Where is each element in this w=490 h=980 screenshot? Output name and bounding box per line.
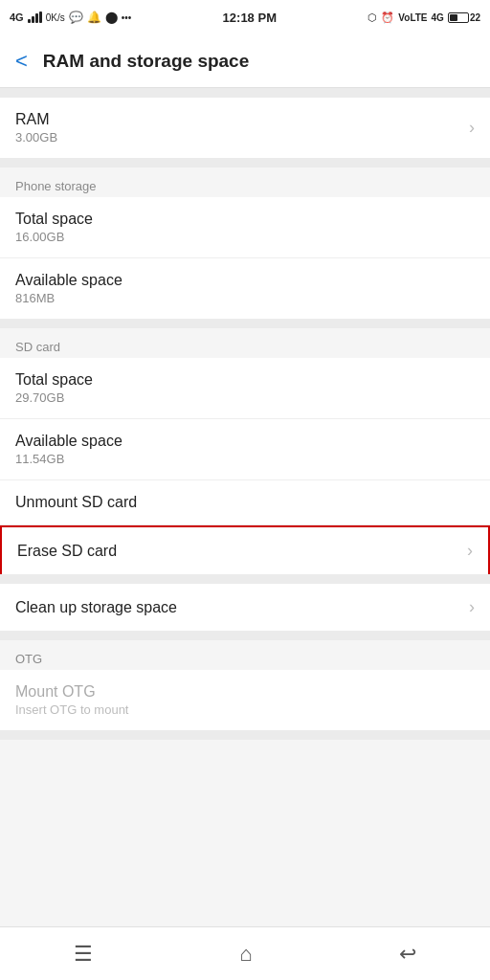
back-button[interactable]: <	[15, 49, 28, 74]
total-space-sd-title: Total space	[15, 371, 93, 389]
available-space-sd-subtitle: 11.54GB	[15, 452, 122, 466]
mount-otg-item: Mount OTG Insert OTG to mount	[0, 670, 490, 730]
cleanup-title: Clean up storage space	[15, 599, 177, 616]
lte-indicator: 4G	[432, 12, 444, 23]
section-divider-top	[0, 88, 490, 98]
chevron-right-cleanup-icon: ›	[469, 597, 475, 617]
cleanup-item[interactable]: Clean up storage space ›	[0, 584, 490, 631]
total-space-phone-title: Total space	[15, 211, 93, 228]
cleanup-section: Clean up storage space ›	[0, 584, 490, 631]
status-time: 12:18 PM	[223, 11, 277, 25]
vpn-icon: ⬤	[105, 11, 118, 24]
available-space-sd-title: Available space	[15, 433, 122, 450]
whatsapp-icon: 💬	[69, 11, 83, 24]
unmount-sd-title: Unmount SD card	[15, 494, 137, 511]
battery-indicator: 22	[448, 12, 480, 23]
header: < RAM and storage space	[0, 34, 490, 88]
total-space-phone-item: Total space 16.00GB	[0, 197, 490, 258]
chevron-right-icon: ›	[469, 118, 475, 138]
status-left: 4G 0K/s 💬 🔔 ⬤ •••	[10, 11, 131, 24]
page-title: RAM and storage space	[43, 51, 249, 72]
section-divider-4	[0, 631, 490, 640]
unmount-sd-item[interactable]: Unmount SD card	[0, 480, 490, 525]
ram-subtitle: 3.00GB	[15, 130, 57, 145]
otg-label: OTG	[0, 640, 490, 670]
back-nav-button[interactable]: ↩	[399, 942, 416, 967]
battery-icon	[448, 12, 469, 23]
mount-otg-subtitle: Insert OTG to mount	[15, 702, 129, 717]
total-space-sd-subtitle: 29.70GB	[15, 390, 93, 405]
chevron-right-erase-icon: ›	[467, 541, 473, 561]
total-space-phone-subtitle: 16.00GB	[15, 230, 93, 244]
notifications-icon: 🔔	[87, 11, 101, 24]
phone-storage-section: Phone storage Total space 16.00GB Availa…	[0, 167, 490, 319]
ram-item[interactable]: RAM 3.00GB ›	[0, 98, 490, 158]
menu-button[interactable]: ☰	[74, 942, 93, 967]
erase-sd-title: Erase SD card	[17, 543, 117, 560]
network-indicator: 4G	[10, 11, 24, 23]
section-divider-1	[0, 158, 490, 167]
status-bar: 4G 0K/s 💬 🔔 ⬤ ••• 12:18 PM ⬡ ⏰ VoLTE 4G …	[0, 0, 490, 34]
bottom-nav: ☰ ⌂ ↩	[0, 926, 490, 980]
network-speed: 0K/s	[46, 12, 65, 23]
bluetooth-icon: ⬡	[368, 11, 377, 24]
volte-indicator: VoLTE	[398, 12, 427, 23]
ram-title: RAM	[15, 111, 57, 128]
section-divider-2	[0, 319, 490, 328]
available-space-phone-title: Available space	[15, 272, 122, 289]
available-space-phone-subtitle: 816MB	[15, 291, 122, 305]
sd-card-section: SD card Total space 29.70GB Available sp…	[0, 328, 490, 574]
section-divider-3	[0, 574, 490, 584]
available-space-sd-item: Available space 11.54GB	[0, 419, 490, 480]
otg-section: OTG Mount OTG Insert OTG to mount	[0, 640, 490, 730]
sd-card-label: SD card	[0, 328, 490, 358]
home-button[interactable]: ⌂	[239, 942, 252, 967]
phone-storage-label: Phone storage	[0, 167, 490, 197]
signal-bars-icon	[28, 11, 42, 23]
status-right: ⬡ ⏰ VoLTE 4G 22	[368, 11, 480, 24]
mount-otg-title: Mount OTG	[15, 683, 129, 701]
ram-section: RAM 3.00GB ›	[0, 98, 490, 158]
page-content: RAM 3.00GB › Phone storage Total space 1…	[0, 88, 490, 793]
erase-sd-item[interactable]: Erase SD card ›	[0, 525, 490, 574]
section-divider-bottom	[0, 730, 490, 740]
alarm-icon: ⏰	[381, 11, 394, 24]
available-space-phone-item: Available space 816MB	[0, 258, 490, 319]
total-space-sd-item: Total space 29.70GB	[0, 358, 490, 419]
more-icon: •••	[122, 12, 132, 23]
